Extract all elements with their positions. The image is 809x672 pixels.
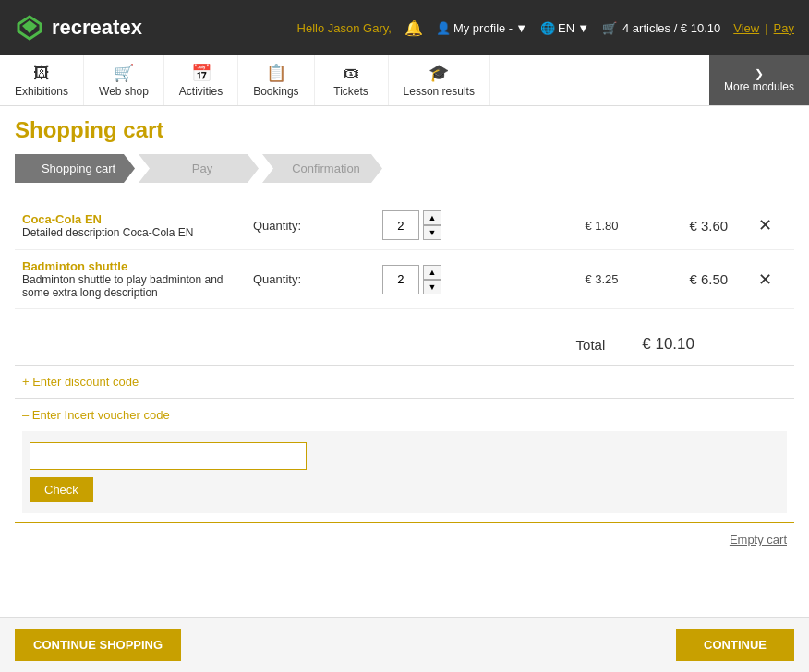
logo-icon [15,13,44,42]
header-lang[interactable]: 🌐 EN ▼ [540,21,589,35]
tickets-icon: 🎟 [343,64,359,83]
nav-item-webshop[interactable]: 🛒 Web shop [84,55,164,105]
nav-item-bookings[interactable]: 📋 Bookings [238,55,314,105]
header-greeting: Hello Jason Gary, [297,21,392,35]
qty-down-1[interactable]: ▼ [423,225,441,240]
cart-summary: 4 articles / € 10.10 [622,21,720,35]
item-2-info: Badminton shuttle Badminton shuttle to p… [15,250,246,309]
qty-wrapper-1: ▲ ▼ [382,210,519,240]
qty-label-1: Quantity: [253,219,301,233]
nav-label-bookings: Bookings [253,85,298,98]
item-2-name: Badminton shuttle [22,259,238,273]
step-confirmation: Confirmation [262,154,382,183]
lesson-results-icon: 🎓 [429,63,449,83]
nav-item-tickets[interactable]: 🎟 Tickets [315,55,389,105]
lang-label: EN [558,21,574,35]
remove-item-1-button[interactable]: ✕ [735,201,794,250]
bookings-icon: 📋 [266,63,286,83]
nav-label-exhibitions: Exhibitions [15,85,68,98]
nav-item-more-modules[interactable]: ❯ More modules [709,55,809,105]
nav-label-activities: Activities [179,85,223,98]
item-1-unit-price: € 1.80 [526,201,625,250]
qty-input-2[interactable] [382,265,419,294]
cart-links: View | Pay [733,21,794,35]
check-button[interactable]: Check [30,477,93,502]
logo-text: recreatex [52,16,142,40]
person-icon: 👤 [436,21,451,35]
qty-input-1[interactable] [382,210,419,240]
nav-item-lesson-results[interactable]: 🎓 Lesson results [389,55,490,105]
item-1-qty-control: ▲ ▼ [375,201,526,250]
page-title: Shopping cart [15,117,794,143]
qty-up-2[interactable]: ▲ [423,265,441,280]
nav-item-activities[interactable]: 📅 Activities [164,55,238,105]
cart-icon: 🛒 [602,21,617,35]
voucher-section: – Enter Incert voucher code Check [15,399,794,523]
step-label-shopping-cart: Shopping cart [42,162,115,175]
cart-table: Coca-Cola EN Detailed description Coca-C… [15,201,794,309]
voucher-input[interactable] [30,442,307,470]
qty-label-2: Quantity: [253,272,301,286]
svg-marker-1 [22,20,37,33]
discount-toggle: + Enter discount code [22,375,139,389]
discount-section[interactable]: + Enter discount code [15,365,794,399]
divider: | [765,21,767,35]
item-1-name: Coca-Cola EN [22,212,238,226]
cart-row-2: Badminton shuttle Badminton shuttle to p… [15,250,794,309]
globe-icon: 🌐 [540,21,555,35]
item-1-total: € 3.60 [626,201,736,250]
profile-arrow: ▼ [515,21,527,35]
total-amount: € 10.10 [642,335,694,354]
bell-icon[interactable]: 🔔 [404,19,423,37]
page-content: Shopping cart Shopping cart Pay Confirma… [0,106,809,622]
item-2-qty-cell: Quantity: [246,250,375,309]
total-row: Total € 10.10 [15,324,794,365]
step-label-pay: Pay [192,162,212,175]
qty-up-1[interactable]: ▲ [423,210,441,225]
exhibitions-icon: 🖼 [33,64,50,83]
voucher-body: Check [22,431,787,513]
logo[interactable]: recreatex [15,13,142,42]
total-label: Total [576,337,606,353]
pay-link[interactable]: Pay [774,21,794,35]
empty-cart-row: Empty cart [15,523,794,556]
item-1-info: Coca-Cola EN Detailed description Coca-C… [15,201,246,250]
header: recreatex Hello Jason Gary, 🔔 👤 My profi… [0,0,809,55]
nav-label-more-modules: More modules [724,80,794,93]
profile-label: My profile - [453,21,513,35]
header-profile[interactable]: 👤 My profile - ▼ [436,21,527,35]
step-shopping-cart: Shopping cart [15,154,135,183]
voucher-toggle[interactable]: – Enter Incert voucher code [22,408,787,422]
header-right: Hello Jason Gary, 🔔 👤 My profile - ▼ 🌐 E… [297,19,794,37]
nav-item-exhibitions[interactable]: 🖼 Exhibitions [0,55,84,105]
step-pay: Pay [139,154,259,183]
qty-buttons-2: ▲ ▼ [423,265,441,294]
more-modules-icon: ❯ [755,67,764,80]
lang-arrow: ▼ [577,21,589,35]
item-1-qty-cell: Quantity: [246,201,375,250]
nav-label-tickets: Tickets [333,85,368,98]
step-label-confirmation: Confirmation [292,162,360,175]
nav-label-lesson-results: Lesson results [404,85,475,98]
steps-breadcrumb: Shopping cart Pay Confirmation [15,154,794,183]
cart-row-1: Coca-Cola EN Detailed description Coca-C… [15,201,794,250]
nav: 🖼 Exhibitions 🛒 Web shop 📅 Activities 📋 … [0,55,809,106]
item-2-unit-price: € 3.25 [526,250,625,309]
item-1-desc: Detailed description Coca-Cola EN [22,226,238,239]
header-cart: 🛒 4 articles / € 10.10 [602,21,720,35]
item-2-desc: Badminton shuttle to play badminton and … [22,273,238,299]
item-2-total: € 6.50 [626,250,736,309]
bottom-bar: CONTINUE SHOPPING CONTINUE [0,617,809,622]
qty-buttons-1: ▲ ▼ [423,210,441,240]
activities-icon: 📅 [191,63,211,83]
view-link[interactable]: View [733,21,759,35]
remove-item-2-button[interactable]: ✕ [735,250,794,309]
empty-cart-link[interactable]: Empty cart [730,533,787,546]
qty-wrapper-2: ▲ ▼ [382,265,519,294]
webshop-icon: 🛒 [114,63,134,83]
item-2-qty-control: ▲ ▼ [375,250,526,309]
qty-down-2[interactable]: ▼ [423,280,441,294]
nav-label-webshop: Web shop [99,85,149,98]
